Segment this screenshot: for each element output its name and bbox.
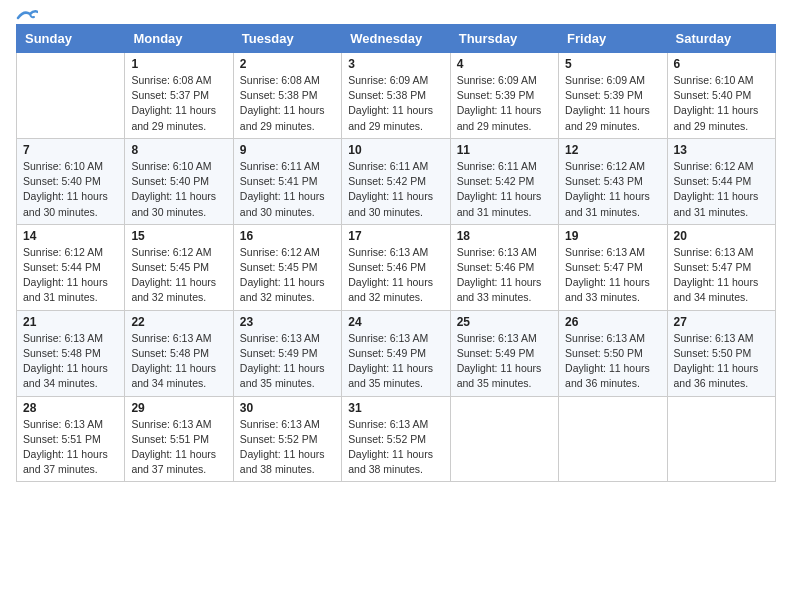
day-number: 1 bbox=[131, 57, 226, 71]
calendar-cell: 23 Sunrise: 6:13 AMSunset: 5:49 PMDaylig… bbox=[233, 310, 341, 396]
calendar-week-1: 1 Sunrise: 6:08 AMSunset: 5:37 PMDayligh… bbox=[17, 53, 776, 139]
calendar-cell: 29 Sunrise: 6:13 AMSunset: 5:51 PMDaylig… bbox=[125, 396, 233, 482]
day-number: 6 bbox=[674, 57, 769, 71]
day-number: 5 bbox=[565, 57, 660, 71]
calendar-cell: 4 Sunrise: 6:09 AMSunset: 5:39 PMDayligh… bbox=[450, 53, 558, 139]
calendar-cell: 28 Sunrise: 6:13 AMSunset: 5:51 PMDaylig… bbox=[17, 396, 125, 482]
day-number: 10 bbox=[348, 143, 443, 157]
calendar-cell: 26 Sunrise: 6:13 AMSunset: 5:50 PMDaylig… bbox=[559, 310, 667, 396]
calendar-week-4: 21 Sunrise: 6:13 AMSunset: 5:48 PMDaylig… bbox=[17, 310, 776, 396]
sun-info: Sunrise: 6:13 AMSunset: 5:52 PMDaylight:… bbox=[240, 418, 325, 476]
day-header-saturday: Saturday bbox=[667, 25, 775, 53]
sun-info: Sunrise: 6:13 AMSunset: 5:48 PMDaylight:… bbox=[23, 332, 108, 390]
calendar-week-2: 7 Sunrise: 6:10 AMSunset: 5:40 PMDayligh… bbox=[17, 138, 776, 224]
sun-info: Sunrise: 6:13 AMSunset: 5:49 PMDaylight:… bbox=[240, 332, 325, 390]
day-number: 12 bbox=[565, 143, 660, 157]
sun-info: Sunrise: 6:12 AMSunset: 5:45 PMDaylight:… bbox=[240, 246, 325, 304]
sun-info: Sunrise: 6:13 AMSunset: 5:52 PMDaylight:… bbox=[348, 418, 433, 476]
calendar-cell: 1 Sunrise: 6:08 AMSunset: 5:37 PMDayligh… bbox=[125, 53, 233, 139]
calendar-cell: 30 Sunrise: 6:13 AMSunset: 5:52 PMDaylig… bbox=[233, 396, 341, 482]
calendar-cell: 21 Sunrise: 6:13 AMSunset: 5:48 PMDaylig… bbox=[17, 310, 125, 396]
day-number: 29 bbox=[131, 401, 226, 415]
calendar-cell: 27 Sunrise: 6:13 AMSunset: 5:50 PMDaylig… bbox=[667, 310, 775, 396]
sun-info: Sunrise: 6:09 AMSunset: 5:39 PMDaylight:… bbox=[457, 74, 542, 132]
day-number: 8 bbox=[131, 143, 226, 157]
day-header-tuesday: Tuesday bbox=[233, 25, 341, 53]
sun-info: Sunrise: 6:13 AMSunset: 5:51 PMDaylight:… bbox=[23, 418, 108, 476]
day-number: 16 bbox=[240, 229, 335, 243]
sun-info: Sunrise: 6:12 AMSunset: 5:43 PMDaylight:… bbox=[565, 160, 650, 218]
day-number: 25 bbox=[457, 315, 552, 329]
calendar-cell: 31 Sunrise: 6:13 AMSunset: 5:52 PMDaylig… bbox=[342, 396, 450, 482]
day-number: 2 bbox=[240, 57, 335, 71]
day-number: 13 bbox=[674, 143, 769, 157]
day-number: 20 bbox=[674, 229, 769, 243]
day-number: 26 bbox=[565, 315, 660, 329]
calendar-cell: 19 Sunrise: 6:13 AMSunset: 5:47 PMDaylig… bbox=[559, 224, 667, 310]
sun-info: Sunrise: 6:10 AMSunset: 5:40 PMDaylight:… bbox=[23, 160, 108, 218]
calendar-table: SundayMondayTuesdayWednesdayThursdayFrid… bbox=[16, 24, 776, 482]
day-number: 3 bbox=[348, 57, 443, 71]
calendar-cell: 3 Sunrise: 6:09 AMSunset: 5:38 PMDayligh… bbox=[342, 53, 450, 139]
calendar-cell: 2 Sunrise: 6:08 AMSunset: 5:38 PMDayligh… bbox=[233, 53, 341, 139]
sun-info: Sunrise: 6:08 AMSunset: 5:38 PMDaylight:… bbox=[240, 74, 325, 132]
sun-info: Sunrise: 6:11 AMSunset: 5:42 PMDaylight:… bbox=[348, 160, 433, 218]
day-number: 31 bbox=[348, 401, 443, 415]
calendar-cell: 20 Sunrise: 6:13 AMSunset: 5:47 PMDaylig… bbox=[667, 224, 775, 310]
sun-info: Sunrise: 6:08 AMSunset: 5:37 PMDaylight:… bbox=[131, 74, 216, 132]
calendar-header-row: SundayMondayTuesdayWednesdayThursdayFrid… bbox=[17, 25, 776, 53]
day-number: 30 bbox=[240, 401, 335, 415]
sun-info: Sunrise: 6:12 AMSunset: 5:44 PMDaylight:… bbox=[23, 246, 108, 304]
day-number: 11 bbox=[457, 143, 552, 157]
calendar-cell: 17 Sunrise: 6:13 AMSunset: 5:46 PMDaylig… bbox=[342, 224, 450, 310]
day-number: 15 bbox=[131, 229, 226, 243]
day-number: 18 bbox=[457, 229, 552, 243]
logo-bird-icon bbox=[16, 8, 38, 24]
sun-info: Sunrise: 6:10 AMSunset: 5:40 PMDaylight:… bbox=[674, 74, 759, 132]
calendar-cell: 16 Sunrise: 6:12 AMSunset: 5:45 PMDaylig… bbox=[233, 224, 341, 310]
sun-info: Sunrise: 6:13 AMSunset: 5:51 PMDaylight:… bbox=[131, 418, 216, 476]
sun-info: Sunrise: 6:11 AMSunset: 5:42 PMDaylight:… bbox=[457, 160, 542, 218]
calendar-week-3: 14 Sunrise: 6:12 AMSunset: 5:44 PMDaylig… bbox=[17, 224, 776, 310]
calendar-cell: 6 Sunrise: 6:10 AMSunset: 5:40 PMDayligh… bbox=[667, 53, 775, 139]
day-number: 7 bbox=[23, 143, 118, 157]
sun-info: Sunrise: 6:12 AMSunset: 5:44 PMDaylight:… bbox=[674, 160, 759, 218]
calendar-cell: 12 Sunrise: 6:12 AMSunset: 5:43 PMDaylig… bbox=[559, 138, 667, 224]
calendar-cell: 13 Sunrise: 6:12 AMSunset: 5:44 PMDaylig… bbox=[667, 138, 775, 224]
day-number: 27 bbox=[674, 315, 769, 329]
day-number: 14 bbox=[23, 229, 118, 243]
day-number: 9 bbox=[240, 143, 335, 157]
calendar-cell: 15 Sunrise: 6:12 AMSunset: 5:45 PMDaylig… bbox=[125, 224, 233, 310]
calendar-cell: 18 Sunrise: 6:13 AMSunset: 5:46 PMDaylig… bbox=[450, 224, 558, 310]
day-number: 22 bbox=[131, 315, 226, 329]
calendar-cell: 14 Sunrise: 6:12 AMSunset: 5:44 PMDaylig… bbox=[17, 224, 125, 310]
sun-info: Sunrise: 6:11 AMSunset: 5:41 PMDaylight:… bbox=[240, 160, 325, 218]
calendar-cell bbox=[667, 396, 775, 482]
sun-info: Sunrise: 6:09 AMSunset: 5:38 PMDaylight:… bbox=[348, 74, 433, 132]
calendar-cell: 22 Sunrise: 6:13 AMSunset: 5:48 PMDaylig… bbox=[125, 310, 233, 396]
day-number: 17 bbox=[348, 229, 443, 243]
day-number: 21 bbox=[23, 315, 118, 329]
calendar-cell: 24 Sunrise: 6:13 AMSunset: 5:49 PMDaylig… bbox=[342, 310, 450, 396]
sun-info: Sunrise: 6:09 AMSunset: 5:39 PMDaylight:… bbox=[565, 74, 650, 132]
sun-info: Sunrise: 6:13 AMSunset: 5:46 PMDaylight:… bbox=[457, 246, 542, 304]
day-number: 23 bbox=[240, 315, 335, 329]
day-header-friday: Friday bbox=[559, 25, 667, 53]
calendar-cell: 5 Sunrise: 6:09 AMSunset: 5:39 PMDayligh… bbox=[559, 53, 667, 139]
sun-info: Sunrise: 6:10 AMSunset: 5:40 PMDaylight:… bbox=[131, 160, 216, 218]
sun-info: Sunrise: 6:13 AMSunset: 5:48 PMDaylight:… bbox=[131, 332, 216, 390]
day-header-monday: Monday bbox=[125, 25, 233, 53]
sun-info: Sunrise: 6:13 AMSunset: 5:46 PMDaylight:… bbox=[348, 246, 433, 304]
day-header-wednesday: Wednesday bbox=[342, 25, 450, 53]
calendar-cell: 9 Sunrise: 6:11 AMSunset: 5:41 PMDayligh… bbox=[233, 138, 341, 224]
sun-info: Sunrise: 6:13 AMSunset: 5:47 PMDaylight:… bbox=[565, 246, 650, 304]
sun-info: Sunrise: 6:13 AMSunset: 5:50 PMDaylight:… bbox=[674, 332, 759, 390]
day-header-sunday: Sunday bbox=[17, 25, 125, 53]
sun-info: Sunrise: 6:13 AMSunset: 5:49 PMDaylight:… bbox=[348, 332, 433, 390]
sun-info: Sunrise: 6:13 AMSunset: 5:47 PMDaylight:… bbox=[674, 246, 759, 304]
sun-info: Sunrise: 6:13 AMSunset: 5:50 PMDaylight:… bbox=[565, 332, 650, 390]
calendar-cell: 10 Sunrise: 6:11 AMSunset: 5:42 PMDaylig… bbox=[342, 138, 450, 224]
sun-info: Sunrise: 6:13 AMSunset: 5:49 PMDaylight:… bbox=[457, 332, 542, 390]
calendar-cell: 7 Sunrise: 6:10 AMSunset: 5:40 PMDayligh… bbox=[17, 138, 125, 224]
day-header-thursday: Thursday bbox=[450, 25, 558, 53]
